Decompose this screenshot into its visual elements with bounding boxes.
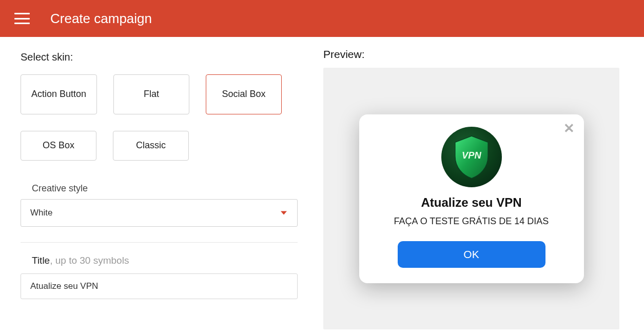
preview-area: ✕ VPN Atualize seu V [323, 68, 619, 329]
preview-label: Preview: [323, 48, 619, 61]
preview-title: Atualize seu VPN [421, 195, 521, 210]
skin-options: Action Button Flat Social Box OS Box Cla… [21, 74, 292, 161]
preview-notification-card: ✕ VPN Atualize seu V [359, 114, 584, 283]
preview-ok-button[interactable]: OK [398, 241, 545, 268]
skin-label: Select skin: [21, 51, 292, 63]
preview-panel: Preview: ✕ VPN [313, 37, 644, 334]
skin-option-classic[interactable]: Classic [113, 131, 189, 161]
skin-option-action-button[interactable]: Action Button [21, 74, 97, 114]
skin-option-flat[interactable]: Flat [113, 74, 189, 114]
creative-style-label: Creative style [21, 183, 292, 194]
divider [21, 242, 298, 243]
close-icon[interactable]: ✕ [563, 122, 575, 135]
chevron-down-icon [281, 211, 287, 215]
menu-icon[interactable] [14, 13, 30, 24]
vpn-shield-icon: VPN [441, 127, 502, 187]
title-input[interactable] [21, 273, 298, 299]
form-panel: Select skin: Action Button Flat Social B… [0, 37, 313, 334]
app-header: Create campaign [0, 0, 644, 37]
creative-style-value: White [30, 208, 52, 218]
preview-subtitle: FAÇA O TESTE GRÁTIS DE 14 DIAS [394, 216, 549, 227]
skin-option-os-box[interactable]: OS Box [21, 131, 96, 161]
svg-text:VPN: VPN [462, 150, 481, 161]
creative-style-select[interactable]: White [21, 199, 298, 227]
skin-option-social-box[interactable]: Social Box [206, 74, 282, 114]
title-field-label: Title, up to 30 symbols [21, 255, 292, 266]
page-title: Create campaign [50, 11, 152, 27]
